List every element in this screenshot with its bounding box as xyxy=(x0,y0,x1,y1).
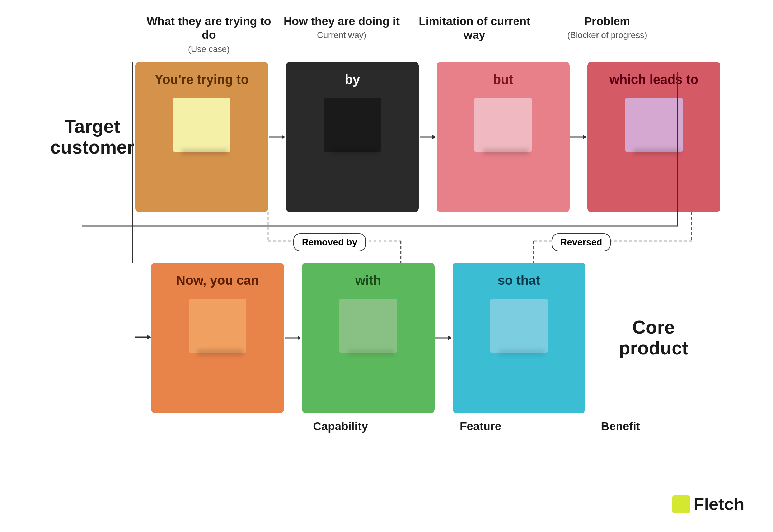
bottom-sticky-2 xyxy=(490,299,548,353)
arrow-1 xyxy=(268,133,286,141)
col-header-sub-0: (Use case) xyxy=(146,44,272,55)
sticky-2 xyxy=(474,98,532,152)
svg-marker-18 xyxy=(448,336,452,340)
card-trying-to: You're trying to xyxy=(135,62,268,212)
bottom-col-label-2: Benefit xyxy=(559,420,681,433)
card-label-2: but xyxy=(493,72,513,87)
headers-row: What they are trying to do (Use case) Ho… xyxy=(142,14,724,55)
card-label-3: which leads to xyxy=(609,72,698,87)
bottom-sticky-0 xyxy=(189,299,246,353)
bottom-col-label-1: Feature xyxy=(420,420,542,433)
left-arrow-bottom xyxy=(135,333,151,343)
fletch-logo: Fletch xyxy=(672,494,744,514)
col-header-sub-1: Current way) xyxy=(279,30,404,41)
col-header-2: Limitation of current way xyxy=(408,14,541,44)
arrow-2 xyxy=(419,133,437,141)
reversed-label: Reversed xyxy=(552,233,611,251)
card-label-0: You're trying to xyxy=(155,72,249,87)
card-now-you-can: Now, you can xyxy=(151,263,284,413)
card-label-1: by xyxy=(345,72,360,87)
top-section: Targetcustomer You're trying to by xyxy=(49,62,724,212)
bottom-sticky-1 xyxy=(339,299,397,353)
col-header-title-0: What they are trying to do xyxy=(146,14,272,42)
fletch-square-icon xyxy=(672,495,690,513)
connector-area: Removed by Reversed xyxy=(49,212,724,263)
top-cards-row: You're trying to by xyxy=(135,62,720,212)
col-header-title-1: How they are doing it xyxy=(279,14,404,28)
card-with: with xyxy=(302,263,435,413)
card-but: but xyxy=(437,62,570,212)
col-header-0: What they are trying to do (Use case) xyxy=(142,14,275,55)
col-header-title-3: Problem xyxy=(544,14,670,28)
bottom-card-label-0: Now, you can xyxy=(176,273,259,288)
sticky-1 xyxy=(324,98,381,152)
col-header-1: How they are doing it Current way) xyxy=(275,14,408,41)
col-header-title-2: Limitation of current way xyxy=(412,14,537,42)
col-header-3: Problem (Blocker of progress) xyxy=(541,14,674,41)
card-which-leads-to: which leads to xyxy=(587,62,720,212)
arrow-3 xyxy=(570,133,587,141)
bottom-arrow-2 xyxy=(435,334,453,342)
svg-marker-5 xyxy=(583,135,587,139)
card-so-that: so that xyxy=(453,263,585,413)
bottom-section: Now, you can with so that xyxy=(49,263,724,413)
bottom-arrow-1 xyxy=(284,334,302,342)
card-by: by xyxy=(286,62,419,212)
sticky-0 xyxy=(173,98,230,152)
removed-by-label: Removed by xyxy=(293,233,366,251)
svg-marker-1 xyxy=(282,135,285,139)
main-container: What they are trying to do (Use case) Ho… xyxy=(0,0,773,532)
bottom-col-label-0: Capability xyxy=(280,420,402,433)
bottom-labels-row: Capability Feature Benefit xyxy=(280,420,681,433)
target-customer-label: Targetcustomer xyxy=(49,116,135,157)
sticky-3 xyxy=(625,98,683,152)
col-header-sub-3: (Blocker of progress) xyxy=(544,30,670,41)
bottom-card-label-1: with xyxy=(355,273,381,288)
fletch-logo-text: Fletch xyxy=(694,494,744,514)
svg-marker-16 xyxy=(298,336,301,340)
svg-marker-3 xyxy=(432,135,436,139)
core-product-label: Coreproduct xyxy=(592,317,715,358)
bottom-card-label-2: so that xyxy=(498,273,540,288)
svg-marker-14 xyxy=(147,335,151,339)
